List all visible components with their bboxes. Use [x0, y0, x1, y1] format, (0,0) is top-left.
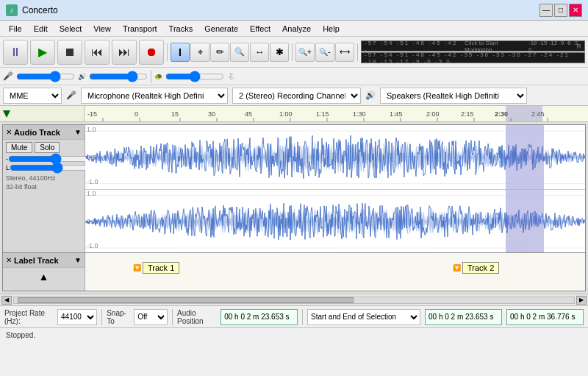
channels-select[interactable]: 2 (Stereo) Recording Channels — [232, 88, 361, 104]
selection-start-display[interactable]: 00 h 0 2 m 23.653 s — [425, 309, 502, 325]
bottom-sep2 — [172, 309, 173, 325]
skip-fwd-button[interactable]: ⏭ — [112, 40, 137, 65]
label-track-content: 🔽 Track 1 🔽 Track 2 — [85, 253, 585, 291]
toolbar-area: ⏸ ▶ ⏹ ⏮ ⏭ ⏺ I ⌖ ✏ 🔍 ↔ ✱ 🔍+ 🔍- ⟷ — [0, 37, 588, 106]
svg-text:45: 45 — [245, 110, 252, 118]
svg-text:30: 30 — [208, 110, 215, 118]
label-track-name: Label Track — [14, 256, 72, 265]
solo-button[interactable]: Solo — [35, 142, 60, 153]
label-track-dropdown[interactable]: ▼ — [74, 256, 82, 264]
stop-button[interactable]: ⏹ — [57, 40, 82, 65]
svg-text:1:30: 1:30 — [353, 110, 366, 118]
label-track-panel: ✕ Label Track ▼ ▲ — [3, 253, 85, 291]
selection-mode-select[interactable]: Start and End of Selection — [307, 309, 420, 325]
speed-label: 🐢 — [154, 73, 162, 80]
bottom-controls: Project Rate (Hz): 44100 Snap-To Off Aud… — [0, 305, 588, 327]
record-meter[interactable]: -57 -54 -51 -48 -45 -42 -39 -36 -33 -30 … — [361, 52, 585, 63]
scrollbar-track[interactable] — [13, 297, 575, 304]
mute-button[interactable]: Mute — [6, 142, 32, 153]
record-scale: -57 -54 -51 -48 -45 -42 -39 -36 -33 -30 … — [365, 52, 581, 65]
svg-text:15: 15 — [171, 110, 179, 118]
label-track: ✕ Label Track ▼ ▲ 🔽 Track 1 🔽 Track 2 — [2, 253, 586, 291]
draw-tool-button[interactable]: ✏ — [210, 43, 229, 62]
selection-tool-button[interactable]: I — [171, 43, 190, 62]
svg-text:2:00: 2:00 — [426, 110, 440, 118]
zoom-tool-button[interactable]: 🔍 — [230, 43, 249, 62]
statusbar: Stopped. — [0, 327, 588, 342]
ruler-content: -15 0 15 30 45 1:00 1:15 1:30 1:45 2:00 … — [85, 106, 588, 121]
skip-back-button[interactable]: ⏮ — [85, 40, 110, 65]
zoom-out-button[interactable]: 🔍- — [315, 43, 334, 62]
play-button[interactable]: ▶ — [30, 40, 55, 65]
minimize-button[interactable]: — — [539, 4, 553, 17]
input-volume-slider[interactable] — [16, 72, 75, 81]
zoom-fit-button[interactable]: ⟷ — [335, 43, 354, 62]
toolbar-sep-3 — [357, 43, 358, 61]
label-track-close[interactable]: ✕ — [6, 256, 12, 264]
zoom-in-button[interactable]: 🔍+ — [295, 43, 315, 62]
monitor-clicktext[interactable]: Click to Start Monitoring — [465, 40, 526, 53]
menu-transport[interactable]: Transport — [117, 23, 163, 35]
transport-controls: ⏸ ▶ ⏹ ⏮ ⏭ ⏺ — [3, 40, 164, 65]
scrollbar-thumb[interactable] — [18, 297, 354, 303]
sep — [151, 70, 151, 83]
selection-end-display[interactable]: 00 h 0 2 m 36.776 s — [506, 309, 584, 325]
audio-track: ✕ Audio Track ▼ Mute Solo - + L R — [2, 124, 586, 253]
microphone-select[interactable]: Microphone (Realtek High Defini — [81, 88, 228, 104]
menu-generate[interactable]: Generate — [198, 23, 244, 35]
menu-help[interactable]: Help — [317, 23, 345, 35]
audio-position-label: Audio Position — [177, 309, 216, 325]
status-text: Stopped. — [6, 331, 35, 339]
speaker-icon: 🔊 — [365, 91, 376, 100]
svg-text:1:15: 1:15 — [316, 110, 329, 118]
menu-view[interactable]: View — [87, 23, 117, 35]
svg-text:1:45: 1:45 — [390, 110, 403, 118]
waveform-container — [85, 125, 585, 252]
speed-fast-icon: 🐇 — [227, 73, 235, 80]
tool-buttons: I ⌖ ✏ 🔍 ↔ ✱ — [171, 43, 289, 62]
selected-region — [506, 125, 544, 252]
snap-to-label: Snap-To — [107, 309, 129, 325]
menu-analyze[interactable]: Analyze — [276, 23, 317, 35]
project-rate-label: Project Rate (Hz): — [4, 309, 53, 325]
audio-track-name: Audio Track — [14, 128, 72, 137]
device-row: MME 🎤 Microphone (Realtek High Defini 2 … — [0, 85, 588, 106]
pause-button[interactable]: ⏸ — [3, 40, 28, 65]
host-select[interactable]: MME — [3, 88, 62, 104]
close-button[interactable]: ✕ — [569, 4, 582, 17]
audio-track-info: Stereo, 44100Hz32-bit float — [6, 174, 82, 191]
envelope-tool-button[interactable]: ⌖ — [190, 43, 209, 62]
label-track-up[interactable]: ▲ — [39, 271, 49, 283]
speed-slider[interactable] — [165, 72, 224, 81]
maximize-button[interactable]: □ — [554, 4, 567, 17]
audio-position-display[interactable]: 00 h 0 2 m 23.653 s — [220, 309, 298, 325]
svg-text:2:15: 2:15 — [461, 110, 474, 118]
menu-edit[interactable]: Edit — [28, 23, 54, 35]
audio-track-dropdown[interactable]: ▼ — [74, 128, 82, 136]
toolbar-sep-2 — [292, 43, 293, 61]
label-track1-text[interactable]: Track 1 — [143, 262, 179, 274]
zoom-buttons: 🔍+ 🔍- ⟷ — [295, 43, 354, 62]
menu-file[interactable]: File — [3, 23, 28, 35]
scroll-left-button[interactable]: ◀ — [1, 296, 12, 305]
project-rate-select[interactable]: 44100 — [57, 309, 97, 325]
pan-row: L R — [6, 164, 82, 171]
timeshift-tool-button[interactable]: ↔ — [250, 43, 269, 62]
speaker-select[interactable]: Speakers (Realtek High Definiti — [380, 88, 527, 104]
snap-to-select[interactable]: Off — [134, 309, 168, 325]
label-track-controls: ▲ — [3, 268, 85, 285]
toolbar-sep-1 — [167, 43, 168, 61]
label-track2-text[interactable]: Track 2 — [462, 262, 499, 274]
menu-effect[interactable]: Effect — [244, 23, 276, 35]
playback-meter[interactable]: -57 -54 -51 -48 -45 -42 - Click to Start… — [361, 40, 585, 52]
record-button[interactable]: ⏺ — [139, 40, 164, 65]
audio-track-close[interactable]: ✕ — [6, 128, 12, 136]
output-volume-slider[interactable] — [89, 72, 148, 81]
mute-solo-row: Mute Solo — [6, 142, 82, 153]
audio-track-panel: ✕ Audio Track ▼ Mute Solo - + L R — [3, 125, 85, 252]
scroll-right-button[interactable]: ▶ — [576, 296, 587, 305]
menu-tracks[interactable]: Tracks — [163, 23, 199, 35]
menu-select[interactable]: Select — [54, 23, 88, 35]
multi-tool-button[interactable]: ✱ — [270, 43, 289, 62]
right-scale: -18 -15 -12 -9 -6 -3 0 — [528, 40, 581, 53]
